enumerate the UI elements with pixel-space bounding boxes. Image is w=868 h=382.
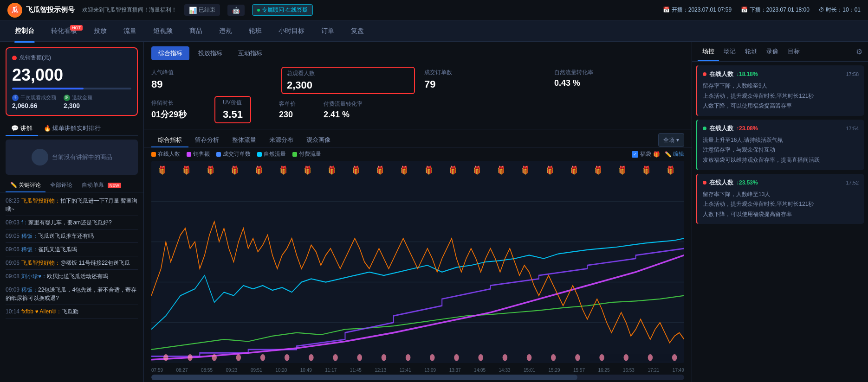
chevron-down-icon: ▾: [676, 137, 679, 143]
left-panel: 总销售额(元) 23,000 千 千次观看成交额 2,060.66 退 退款金: [0, 42, 144, 382]
edit-icon: ✏️: [665, 151, 672, 158]
svg-rect-0: [151, 161, 684, 363]
alert-body: 流量上升至16人,请持续活跃气氛注意留存率，与观众保持互动发放福袋可以维持观众留…: [703, 135, 859, 166]
scroll-thumb: [151, 375, 577, 380]
new-badge: NEW: [108, 183, 121, 188]
logo-text: 飞瓜智投示例号: [26, 6, 75, 14]
svg-text:🎁: 🎁: [352, 165, 360, 175]
right-tab-rotation[interactable]: 轮班: [740, 45, 762, 58]
svg-point-13: [357, 354, 362, 361]
chart-tab-audience[interactable]: 观众画像: [300, 133, 337, 147]
sales-amount: 23,000: [12, 65, 131, 85]
edit-button[interactable]: ✏️ 编辑: [665, 150, 684, 158]
right-tab-target[interactable]: 目标: [783, 45, 804, 58]
nav-item-products[interactable]: 商品: [182, 23, 210, 39]
svg-text:🎁: 🎁: [667, 165, 674, 175]
nav-item-conversion[interactable]: 转化看板 HOT: [44, 23, 84, 39]
chart-section: 综合指标 留存分析 整体流量 来源分布 观众画像 全场 ▾ 在线人数销售额成交订…: [144, 129, 692, 382]
nav-item-console[interactable]: 控制台: [7, 23, 42, 39]
right-tab-records[interactable]: 场记: [719, 45, 740, 58]
explain-tab-ranking[interactable]: 🔥爆单讲解实时排行: [38, 121, 106, 135]
alert-dot: [703, 72, 706, 76]
metrics-tab-overall[interactable]: 综合指标: [151, 46, 189, 60]
comment-time: 09:05: [6, 233, 19, 239]
avg-order-value: 230: [279, 110, 296, 120]
settings-icon[interactable]: ⚙: [856, 47, 862, 56]
time-label: 07:59: [151, 368, 163, 373]
comment-list[interactable]: 08:25飞瓜智投好物：拍下的飞瓜进一下7月量 暂查询哦~09:03f：家里有婴…: [0, 194, 143, 382]
chart-right-controls: ✓ 福袋 🎁 ✏️ 编辑: [632, 150, 684, 158]
nav-item-rotation[interactable]: 轮班: [241, 23, 269, 39]
svg-text:🎁: 🎁: [522, 165, 529, 175]
comment-time: 09:09: [6, 286, 19, 293]
chart-tab-source[interactable]: 来源分布: [263, 133, 300, 147]
paid-conv-label: 付费流量转化率: [324, 100, 363, 108]
alert-line: 留存率下降，人数峰至13人: [703, 190, 859, 200]
svg-text:🎁: 🎁: [328, 165, 336, 175]
svg-point-5: [163, 354, 168, 361]
right-tab-control[interactable]: 场控: [698, 45, 719, 58]
alert-body: 留存率下降，人数峰至9人上杀活动，提升观众停留时长,平均时长121秒人数下降，可…: [703, 81, 859, 111]
time-label: 10:49: [300, 368, 312, 373]
comment-time: 10:14: [6, 308, 19, 315]
comment-user: 稀饭：: [21, 246, 38, 253]
legend-item: 成交订单数: [216, 150, 251, 158]
no-product-text: 当前没有讲解中的商品: [52, 153, 112, 161]
nav-item-orders[interactable]: 订单: [314, 23, 342, 39]
svg-text:🎁: 🎁: [498, 165, 505, 175]
legend-item: 在线人数: [151, 150, 180, 158]
svg-point-17: [454, 354, 459, 361]
time-label: 08:27: [176, 368, 188, 373]
right-panel: 场控 场记 轮班 录像 目标 ⚙ 在线人数 ↓18.18% 17:58 留存率下…: [692, 42, 868, 382]
svg-point-21: [551, 354, 556, 361]
alert-header: 在线人数 ↓18.18% 17:58: [703, 70, 859, 78]
fukubag-label: 福袋: [640, 150, 651, 158]
nav-item-traffic[interactable]: 流量: [116, 23, 144, 39]
nav-item-review[interactable]: 复盘: [343, 23, 371, 39]
comments-tab-key[interactable]: ✏️ 关键评论: [6, 178, 45, 192]
peak-value: 89: [151, 78, 274, 90]
comment-item: 09:05稀饭：飞瓜送飞瓜推车还有吗: [6, 229, 138, 243]
chart-tab-retention[interactable]: 留存分析: [188, 133, 226, 147]
comment-item: 08:25飞瓜智投好物：拍下的飞瓜进一下7月量 暂查询哦~: [6, 194, 138, 216]
natural-conv-value: 0.43 %: [554, 78, 677, 88]
main-layout: 总销售额(元) 23,000 千 千次观看成交额 2,060.66 退 退款金: [0, 42, 868, 382]
alert-title-text: 在线人数: [709, 178, 733, 187]
svg-point-20: [527, 354, 531, 361]
nav-item-placement[interactable]: 投放: [86, 23, 114, 39]
status-ended-badge: 📊 已结束: [184, 4, 220, 16]
logo: 瓜 飞瓜智投示例号: [7, 3, 75, 18]
chart-tab-overall[interactable]: 综合指标: [151, 133, 188, 147]
comment-time: 09:06: [6, 246, 19, 253]
scroll-area[interactable]: [151, 375, 684, 380]
nav-item-shortvideo[interactable]: 短视频: [146, 23, 180, 39]
alert-time: 17:58: [846, 71, 859, 77]
comment-text: 欧贝比送飞瓜活动还有吗: [47, 273, 108, 280]
nav-item-hourly[interactable]: 小时目标: [271, 23, 312, 39]
svg-text:🎁: 🎁: [643, 165, 650, 175]
chart-tab-traffic[interactable]: 整体流量: [226, 133, 263, 147]
metrics-tab-interaction[interactable]: 互动指标: [231, 46, 269, 60]
recording-dot: [12, 56, 17, 60]
legend-label: 在线人数: [158, 150, 180, 158]
metrics-tab-placement[interactable]: 投放指标: [191, 46, 229, 60]
alert-line: 留存率下降，人数峰至9人: [703, 81, 859, 91]
full-place-button[interactable]: 全场 ▾: [658, 133, 684, 147]
alert-change: ↑23.08%: [736, 125, 758, 132]
consulting-badge[interactable]: 专属顾问 在线答疑: [252, 4, 313, 16]
comments-tab-auto[interactable]: 自动单幕 NEW: [77, 178, 125, 192]
alert-change: ↓23.53%: [736, 179, 758, 186]
status-ended-label: 已结束: [199, 6, 215, 14]
alert-title: 在线人数 ↓23.53%: [703, 178, 758, 187]
right-panel-tabs: 场控 场记 轮班 录像 目标 ⚙: [692, 42, 868, 62]
explain-tab-explain[interactable]: 💬 讲解: [6, 121, 38, 135]
fukubag-checkbox[interactable]: ✓ 福袋 🎁: [632, 150, 660, 158]
alert-list[interactable]: 在线人数 ↓18.18% 17:58 留存率下降，人数峰至9人上杀活动，提升观众…: [692, 62, 868, 382]
comments-tab-all[interactable]: 全部评论: [45, 178, 77, 192]
comment-user: 稀饭：: [21, 233, 38, 239]
uv-item: UV价值 3.51: [214, 96, 251, 123]
right-tab-recording[interactable]: 录像: [762, 45, 783, 58]
nav-item-violation[interactable]: 违规: [212, 23, 240, 39]
time-label: 14:33: [499, 368, 511, 373]
svg-text:🎁: 🎁: [159, 165, 166, 175]
